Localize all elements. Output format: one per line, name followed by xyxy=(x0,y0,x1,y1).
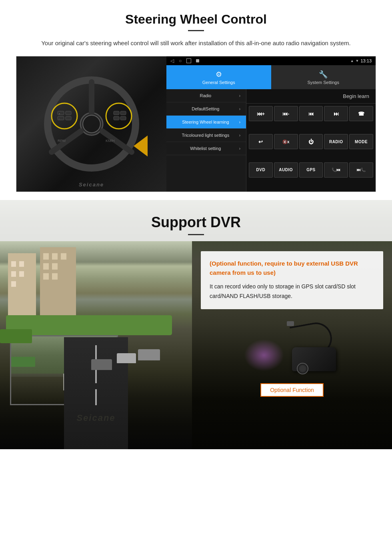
system-settings-tab[interactable]: 🔧 System Settings xyxy=(271,65,376,89)
vol-minus-btn[interactable]: ⏮- xyxy=(274,106,298,121)
system-icon: 🔧 xyxy=(319,70,328,79)
menu-item-radio[interactable]: Radio › xyxy=(166,89,246,102)
svg-rect-15 xyxy=(114,116,119,120)
wifi-icon: ▼ xyxy=(356,59,359,63)
settings-tabs: ⚙ General Settings 🔧 System Settings xyxy=(166,65,376,89)
learn-top-bar: Begin learn xyxy=(246,89,376,104)
title-divider xyxy=(188,30,204,31)
record-nav-icon[interactable] xyxy=(196,59,199,62)
svg-text:+: + xyxy=(59,112,60,115)
gps-btn[interactable]: GPS xyxy=(299,162,323,178)
call-next-btn[interactable]: ⏭📞 xyxy=(349,162,373,178)
svg-rect-17 xyxy=(120,116,126,120)
menu-item-whitelist[interactable]: Whitelist setting › xyxy=(166,142,246,155)
default-label: DefaultSetting xyxy=(172,106,239,111)
svg-text:RPM: RPM xyxy=(58,139,66,143)
call-prev-btn[interactable]: 📞⏮ xyxy=(324,162,348,178)
vol-plus-btn[interactable]: ⏮+ xyxy=(249,106,273,121)
dvr-info-card: (Optional function, require to buy exter… xyxy=(201,251,383,309)
audio-btn[interactable]: AUDIO xyxy=(274,162,298,178)
dvr-right-panel: (Optional function, require to buy exter… xyxy=(192,241,392,449)
control-button-grid: ⏮+ ⏮- ⏮ ⏭ ☎ ↩ 🔇x ⏻ RADIO MODE DVD AUDIO xyxy=(246,104,376,192)
general-tab-label: General Settings xyxy=(202,80,235,85)
steering-wheel-illustration: + - RPM KM/H xyxy=(36,72,148,176)
next-btn[interactable]: ⏭ xyxy=(324,106,348,121)
time-display: 13:13 xyxy=(360,58,372,63)
menu-item-default[interactable]: DefaultSetting › xyxy=(166,102,246,116)
dvr-left-area: Seicane xyxy=(0,241,192,449)
settings-body: Radio › DefaultSetting › Steering Wheel … xyxy=(166,89,376,192)
nav-icons: ◁ ○ xyxy=(170,58,199,64)
mute-btn[interactable]: 🔇x xyxy=(274,134,298,149)
begin-learn-button[interactable]: Begin learn xyxy=(340,92,372,100)
steering-title: Steering Wheel Control xyxy=(16,12,376,27)
dvr-divider xyxy=(188,234,204,235)
gear-icon: ⚙ xyxy=(216,70,222,79)
svg-line-3 xyxy=(52,131,81,152)
svg-rect-14 xyxy=(114,111,119,115)
menu-item-steering-learn[interactable]: Steering Wheel learning › xyxy=(166,116,246,129)
menu-list: Radio › DefaultSetting › Steering Wheel … xyxy=(166,89,246,192)
dvr-section: Support DVR xyxy=(0,200,392,449)
dvr-optional-text: (Optional function, require to buy exter… xyxy=(210,259,374,277)
steering-desc: Your original car's steering wheel contr… xyxy=(32,38,360,48)
dvr-desc-text: It can record video only to storage in G… xyxy=(210,282,374,301)
radio-btn[interactable]: RADIO xyxy=(324,134,348,149)
radio-arrow: › xyxy=(239,94,240,98)
dvd-btn[interactable]: DVD xyxy=(249,162,273,178)
dvr-content-row: Seicane (Optional function, require to b… xyxy=(0,241,392,449)
mode-btn[interactable]: MODE xyxy=(349,134,373,149)
steering-wheel-photo: + - RPM KM/H Seicane xyxy=(16,56,166,192)
car-3 xyxy=(91,359,112,370)
svg-rect-16 xyxy=(120,111,126,115)
svg-text:-: - xyxy=(59,118,60,120)
optional-function-button[interactable]: Optional Function xyxy=(260,383,324,397)
dvr-content-area: Support DVR xyxy=(0,200,392,449)
photo-watermark: Seicane xyxy=(79,182,104,188)
tricolour-arrow: › xyxy=(239,133,240,138)
steering-learn-arrow: › xyxy=(239,120,240,124)
power-btn[interactable]: ⏻ xyxy=(299,134,323,149)
usb-plug xyxy=(287,321,294,326)
optional-function-area: Optional Function xyxy=(201,383,383,397)
svg-point-5 xyxy=(83,115,100,133)
hedge-2 xyxy=(0,329,32,343)
car-2 xyxy=(117,353,136,363)
steering-ui-area: + - RPM KM/H Seicane xyxy=(16,56,376,192)
tricolour-label: Tricoloured light settings xyxy=(172,133,239,138)
svg-rect-11 xyxy=(66,111,71,115)
seicane-watermark-dvr: Seicane xyxy=(76,413,115,423)
camera-device-body xyxy=(292,347,336,371)
hangup-btn[interactable]: ↩ xyxy=(249,134,273,149)
signal-icon: ▲ xyxy=(350,59,354,63)
dvr-title-area: Support DVR xyxy=(0,200,392,241)
default-arrow: › xyxy=(239,107,240,111)
camera-glow xyxy=(244,339,284,371)
status-bar: ◁ ○ ▲ ▼ 13:13 xyxy=(166,56,376,65)
seicane-logo: Seicane xyxy=(76,413,115,423)
svg-point-6 xyxy=(52,103,77,129)
android-ui-panel: ◁ ○ ▲ ▼ 13:13 ⚙ General Settings xyxy=(166,56,376,192)
whitelist-label: Whitelist setting xyxy=(172,146,239,151)
dvr-title: Support DVR xyxy=(0,214,392,231)
general-settings-tab[interactable]: ⚙ General Settings xyxy=(166,65,271,89)
building-1 xyxy=(8,253,36,317)
prev-btn[interactable]: ⏮ xyxy=(299,106,323,121)
system-tab-label: System Settings xyxy=(308,80,339,85)
back-nav-icon[interactable]: ◁ xyxy=(170,58,174,64)
whitelist-arrow: › xyxy=(239,146,240,151)
dvr-camera-illustration xyxy=(240,315,344,379)
steering-section: Steering Wheel Control Your original car… xyxy=(0,0,392,200)
svg-point-13 xyxy=(106,103,132,129)
call-btn[interactable]: ☎ xyxy=(349,106,373,121)
svg-text:KM/H: KM/H xyxy=(106,139,115,143)
menu-item-tricolour[interactable]: Tricoloured light settings › xyxy=(166,129,246,142)
steering-learn-label: Steering Wheel learning xyxy=(172,120,239,124)
status-icons: ▲ ▼ 13:13 xyxy=(350,58,372,63)
home-nav-icon[interactable]: ○ xyxy=(179,58,182,64)
car-1 xyxy=(138,349,160,360)
recent-nav-icon[interactable] xyxy=(186,58,191,63)
svg-rect-12 xyxy=(66,116,71,120)
radio-label: Radio xyxy=(172,93,239,98)
learn-panel: Begin learn ⏮+ ⏮- ⏮ ⏭ ☎ ↩ 🔇x ⏻ R xyxy=(246,89,376,192)
